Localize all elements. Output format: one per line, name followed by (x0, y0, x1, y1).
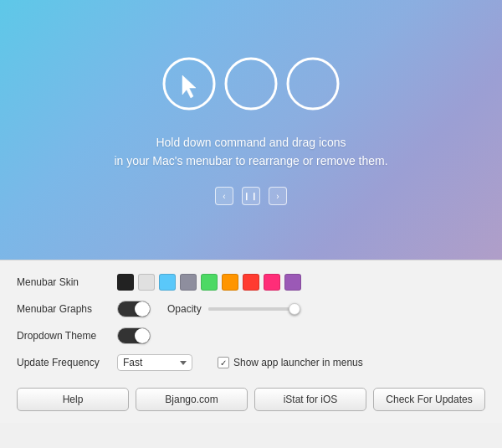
swatch-black[interactable] (117, 274, 134, 291)
opacity-label: Opacity (167, 303, 202, 315)
slider-track (208, 307, 300, 311)
bjango-button[interactable]: Bjango.com (136, 388, 248, 411)
nav-next-button[interactable]: › (269, 187, 287, 205)
settings-panel: Menubar Skin Menubar Graphs Opacity (0, 260, 502, 423)
logo-mid (222, 54, 280, 113)
dropdown-theme-row: Dropdown Theme (17, 326, 485, 346)
logo-left (160, 54, 218, 113)
color-swatches (117, 274, 301, 291)
logo-right (284, 54, 342, 113)
svg-point-3 (288, 59, 338, 109)
swatch-purple[interactable] (284, 274, 301, 291)
hero-description: Hold down command and drag icons in your… (114, 133, 387, 171)
menubar-skin-row: Menubar Skin (17, 272, 485, 292)
opacity-section: Opacity (167, 303, 300, 315)
menubar-graphs-toggle[interactable] (117, 301, 151, 317)
dropdown-theme-label: Dropdown Theme (17, 330, 117, 342)
help-button[interactable]: Help (17, 388, 129, 411)
svg-marker-1 (182, 75, 196, 98)
svg-point-2 (226, 59, 276, 109)
slider-knob[interactable] (289, 303, 300, 315)
dropdown-theme-toggle[interactable] (117, 327, 151, 344)
swatch-pink[interactable] (264, 274, 280, 291)
button-row: Help Bjango.com iStat for iOS Check For … (17, 381, 485, 415)
swatch-orange[interactable] (222, 274, 238, 291)
nav-prev-button[interactable]: ‹ (215, 187, 233, 205)
nav-pause-button[interactable]: ❙❙ (242, 187, 260, 205)
swatch-slate[interactable] (180, 274, 197, 291)
update-frequency-label: Update Frequency (17, 357, 117, 368)
nav-controls[interactable]: ‹ ❙❙ › (215, 187, 287, 205)
dropdown-toggle-knob (135, 328, 150, 343)
menubar-skin-label: Menubar Skin (17, 276, 117, 288)
swatch-green[interactable] (201, 274, 218, 291)
swatch-red[interactable] (243, 274, 259, 291)
update-frequency-select[interactable]: Fast Medium Slow (117, 354, 192, 371)
show-launcher-area: ✓ Show app launcher in menus (218, 357, 363, 368)
check-updates-button[interactable]: Check For Updates (373, 388, 485, 411)
swatch-blue[interactable] (159, 274, 176, 291)
menubar-graphs-label: Menubar Graphs (17, 303, 117, 315)
hero-section: Hold down command and drag icons in your… (0, 0, 502, 260)
toggle-knob (135, 301, 150, 317)
show-launcher-checkbox[interactable]: ✓ (218, 357, 229, 368)
istat-ios-button[interactable]: iStat for iOS (254, 388, 366, 411)
menubar-graphs-row: Menubar Graphs Opacity (17, 299, 485, 319)
opacity-slider[interactable] (208, 307, 300, 311)
show-launcher-label: Show app launcher in menus (233, 357, 363, 368)
logo-area (160, 54, 342, 113)
update-frequency-row: Update Frequency Fast Medium Slow ✓ Show… (17, 353, 485, 373)
swatch-light-gray[interactable] (138, 274, 155, 291)
